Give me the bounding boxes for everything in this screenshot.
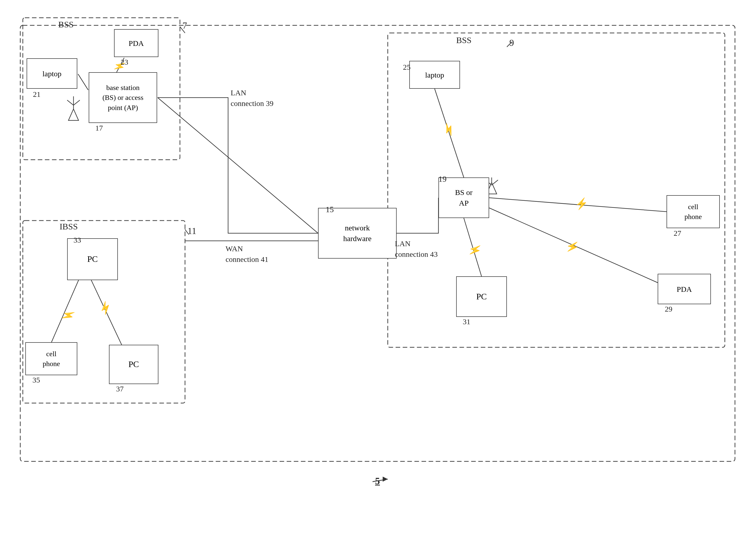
network-hardware-box: networkhardware — [318, 208, 396, 259]
svg-line-6 — [158, 98, 318, 233]
svg-line-12 — [52, 280, 79, 342]
svg-line-4 — [78, 74, 88, 90]
ref-9: 9 — [509, 38, 514, 48]
pda-left-box: PDA — [114, 29, 158, 57]
ibss-label: IBSS — [60, 222, 78, 232]
ref-25: 25 — [403, 63, 411, 72]
lan-43-label: LANconnection 43 — [395, 238, 438, 260]
svg-text:⚡: ⚡ — [575, 197, 589, 211]
ref-31: 31 — [463, 317, 470, 326]
ref-33: 33 — [74, 236, 81, 244]
pda-right-box: PDA — [658, 274, 711, 304]
ref-17: 17 — [95, 124, 103, 132]
ref-27: 27 — [674, 229, 681, 238]
svg-text:⚡: ⚡ — [97, 299, 115, 317]
svg-line-21 — [492, 180, 498, 185]
cell-phone-ibss-box: cellphone — [25, 342, 77, 375]
ref-19: 19 — [438, 175, 447, 184]
diagram-container: ⚡ ⚡ ⚡ ⚡ ⚡ ⚡ ⚡ ⚡ BSS 7 BSS 9 IBSS 11 5 — [0, 0, 756, 560]
svg-line-11 — [489, 208, 658, 283]
cell-phone-right-box: cellphone — [667, 195, 720, 228]
base-station-left-box: base station(BS) or accesspoint (AP) — [89, 72, 157, 123]
pc-right-box: PC — [456, 276, 507, 317]
svg-text:⚡: ⚡ — [467, 242, 484, 258]
ref-29: 29 — [665, 305, 672, 313]
ref-21: 21 — [33, 90, 41, 99]
laptop-right-box: laptop — [409, 61, 460, 89]
svg-line-10 — [464, 218, 482, 276]
svg-line-9 — [489, 198, 667, 212]
svg-text:⚡: ⚡ — [59, 306, 78, 324]
svg-marker-30 — [383, 477, 388, 482]
ref-37: 37 — [116, 384, 124, 393]
svg-text:⚡: ⚡ — [565, 239, 580, 255]
pc-ibss-box: PC — [67, 238, 118, 280]
ref-11: 11 — [187, 226, 197, 236]
svg-line-17 — [74, 100, 80, 105]
svg-line-16 — [67, 100, 74, 105]
wan-41-label: WANconnection 41 — [226, 243, 268, 265]
ref-5: 5 — [375, 475, 380, 486]
ref-23: 23 — [121, 58, 128, 66]
svg-line-8 — [435, 89, 464, 177]
ref-35: 35 — [33, 376, 40, 384]
ref-7: 7 — [182, 20, 187, 31]
bss-left-label: BSS — [58, 20, 74, 29]
lan-39-label: LANconnection 39 — [231, 87, 273, 109]
pc-ibss2-box: PC — [109, 345, 158, 384]
svg-text:⚡: ⚡ — [440, 120, 458, 139]
svg-marker-14 — [68, 109, 79, 120]
ref-15: 15 — [326, 205, 334, 214]
laptop-left-box: laptop — [27, 58, 77, 89]
bss-right-label: BSS — [456, 36, 472, 45]
svg-line-13 — [91, 280, 122, 345]
